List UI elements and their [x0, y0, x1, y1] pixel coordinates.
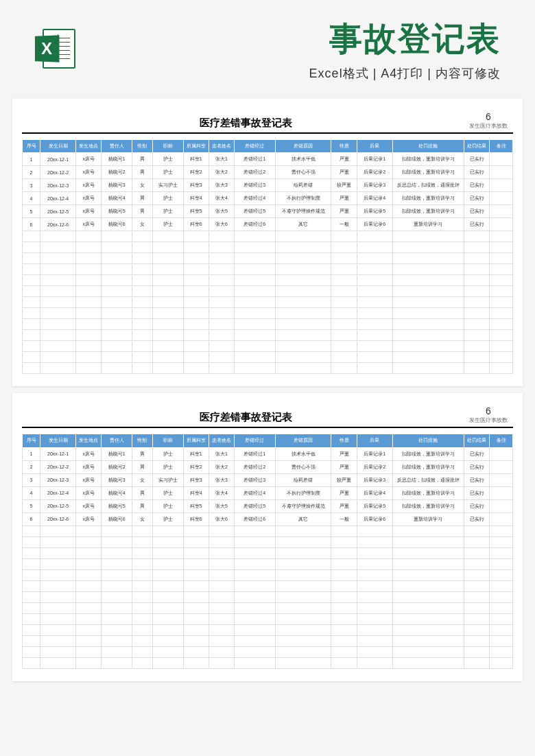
- cell-result: 已实行: [464, 192, 490, 205]
- cell-seq: 1: [23, 447, 40, 460]
- tbody-1: 120xx-12-1x床号杨晓可1男护士科室1张大1差错经过1技术水平低严重后果…: [23, 153, 513, 374]
- cell-date: 20xx-12-1: [40, 153, 76, 166]
- col-process: 差错经过: [235, 140, 276, 153]
- col-dept: 所属科室: [183, 140, 209, 153]
- cell-place: x床号: [76, 166, 102, 179]
- cell-gender: 男: [132, 499, 153, 512]
- cell-consequence: 后果记录2: [357, 166, 392, 179]
- cell-person: 杨晓可3: [102, 473, 132, 486]
- cell-reason: 不遵守护理操作规范: [275, 205, 331, 218]
- cell-result: 已实行: [464, 166, 490, 179]
- cell-result: 已实行: [464, 205, 490, 218]
- table-row-empty: [23, 363, 513, 374]
- cell-result: 已实行: [464, 473, 490, 486]
- cell-dept: 科室6: [183, 512, 209, 525]
- table-row-empty: [23, 657, 513, 668]
- cell-measure: 扣除绩效，重新培训学习: [392, 192, 464, 205]
- cell-patient: 张大3: [209, 473, 234, 486]
- col-reason: 差错原因: [275, 434, 331, 447]
- cell-gender: 女: [132, 218, 153, 231]
- cell-place: x床号: [76, 205, 102, 218]
- cell-result: 已实行: [464, 499, 490, 512]
- table-row: 520xx-12-5x床号杨晓可5男护士科室5张大5差错经过5不遵守护理操作规范…: [23, 205, 513, 218]
- cell-consequence: 后果记录5: [357, 499, 392, 512]
- cell-person: 杨晓可5: [102, 499, 132, 512]
- table-row-empty: [23, 330, 513, 341]
- table-row: 120xx-12-1x床号杨晓可1男护士科室1张大1差错经过1技术水平低严重后果…: [23, 153, 513, 166]
- table-row: 220xx-12-2x床号杨晓可2男护士科室2张大2差错经过2责任心不强严重后果…: [23, 460, 513, 473]
- cell-reason: 责任心不强: [275, 166, 331, 179]
- cell-gender: 男: [132, 460, 153, 473]
- cell-place: x床号: [76, 192, 102, 205]
- cell-reason: 给药差错: [275, 473, 331, 486]
- cell-measure: 反思总结，扣绩效，通报批评: [392, 473, 464, 486]
- cell-dept: 科室2: [183, 460, 209, 473]
- cell-remark: [490, 486, 513, 499]
- col-nature: 性质: [331, 434, 357, 447]
- cell-consequence: 后果记录5: [357, 205, 392, 218]
- cell-consequence: 后果记录4: [357, 192, 392, 205]
- cell-place: x床号: [76, 499, 102, 512]
- cell-result: 已实行: [464, 460, 490, 473]
- col-person: 责任人: [102, 434, 132, 447]
- cell-dept: 科室4: [183, 192, 209, 205]
- cell-patient: 张大4: [209, 192, 234, 205]
- cell-measure: 扣除绩效，重新培训学习: [392, 153, 464, 166]
- cell-gender: 男: [132, 205, 153, 218]
- cell-reason: 其它: [275, 218, 331, 231]
- cell-title: 护士: [152, 499, 183, 512]
- cell-title: 护士: [152, 486, 183, 499]
- cell-seq: 4: [23, 192, 40, 205]
- cell-consequence: 后果记录1: [357, 153, 392, 166]
- cell-nature: 较严重: [331, 179, 357, 192]
- cell-person: 杨晓可6: [102, 218, 132, 231]
- cell-person: 杨晓可2: [102, 460, 132, 473]
- cell-reason: 技术水平低: [275, 153, 331, 166]
- cell-remark: [490, 499, 513, 512]
- cell-process: 差错经过3: [235, 179, 276, 192]
- cell-remark: [490, 166, 513, 179]
- col-result: 处罚结果: [464, 434, 490, 447]
- table-row: 120xx-12-1x床号杨晓可1男护士科室1张大1差错经过1技术水平低严重后果…: [23, 447, 513, 460]
- table-row-empty: [23, 352, 513, 363]
- sheet-title-row: 医疗差错事故登记表 6 发生医疗事故数: [22, 405, 513, 428]
- cell-date: 20xx-12-2: [40, 460, 76, 473]
- cell-result: 已实行: [464, 486, 490, 499]
- cell-process: 差错经过4: [235, 486, 276, 499]
- excel-icon-letter: X: [35, 35, 60, 62]
- sheet-title: 医疗差错事故登记表: [22, 411, 469, 424]
- table-row-empty: [23, 264, 513, 275]
- col-result: 处罚结果: [464, 140, 490, 153]
- cell-title: 护士: [152, 447, 183, 460]
- cell-measure: 扣除绩效，重新培训学习: [392, 166, 464, 179]
- cell-gender: 女: [132, 512, 153, 525]
- sheet-count: 6 发生医疗事故数: [469, 111, 513, 130]
- cell-person: 杨晓可1: [102, 153, 132, 166]
- cell-measure: 扣除绩效，重新培训学习: [392, 486, 464, 499]
- col-date: 发生日期: [40, 434, 76, 447]
- col-person: 责任人: [102, 140, 132, 153]
- cell-dept: 科室1: [183, 153, 209, 166]
- cell-date: 20xx-12-5: [40, 205, 76, 218]
- cell-seq: 2: [23, 166, 40, 179]
- cell-remark: [490, 153, 513, 166]
- col-seq: 序号: [23, 434, 40, 447]
- table-row: 320xx-12-3x床号杨晓可3女实习护士科室3张大3差错经过3给药差错较严重…: [23, 179, 513, 192]
- cell-nature: 严重: [331, 205, 357, 218]
- cell-date: 20xx-12-6: [40, 218, 76, 231]
- cell-dept: 科室3: [183, 179, 209, 192]
- cell-reason: 责任心不强: [275, 460, 331, 473]
- cell-process: 差错经过1: [235, 153, 276, 166]
- cell-seq: 5: [23, 499, 40, 512]
- table-row-empty: [23, 558, 513, 569]
- col-date: 发生日期: [40, 140, 76, 153]
- sub-title: Excel格式 | A4打印 | 内容可修改: [86, 65, 501, 82]
- cell-date: 20xx-12-3: [40, 179, 76, 192]
- table-row: 220xx-12-2x床号杨晓可2男护士科室2张大2差错经过2责任心不强严重后果…: [23, 166, 513, 179]
- cell-nature: 严重: [331, 447, 357, 460]
- cell-patient: 张大1: [209, 153, 234, 166]
- cell-result: 已实行: [464, 447, 490, 460]
- cell-nature: 严重: [331, 192, 357, 205]
- cell-process: 差错经过2: [235, 460, 276, 473]
- cell-person: 杨晓可4: [102, 192, 132, 205]
